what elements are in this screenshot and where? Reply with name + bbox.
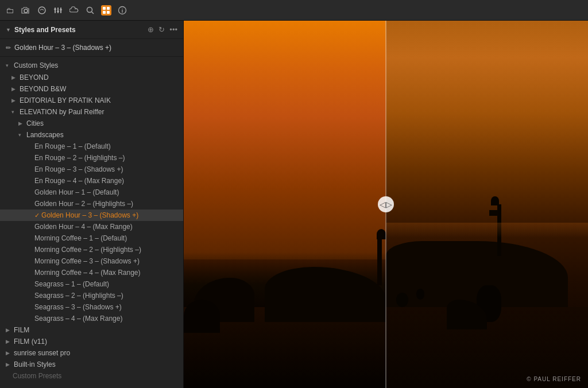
preset-seagrass-2[interactable]: Seagrass – 2 – (Highlights –) bbox=[0, 290, 183, 301]
svg-rect-13 bbox=[107, 11, 110, 14]
split-handle[interactable]: ◁▷ bbox=[378, 196, 394, 212]
beyond-bw-arrow: ▶ bbox=[11, 86, 17, 92]
info-icon[interactable]: i bbox=[117, 5, 127, 15]
preset-golden-hour-2[interactable]: Golden Hour – 2 – (Highlights –) bbox=[0, 198, 183, 209]
preset-en-rouge-2[interactable]: En Rouge – 2 – (Highlights –) bbox=[0, 152, 183, 164]
svg-rect-5 bbox=[54, 9, 56, 10]
sunrise-sunset-label: sunrise sunset pro bbox=[14, 349, 70, 357]
preset-morning-coffee-1[interactable]: Morning Coffee – 1 – (Default) bbox=[0, 232, 183, 244]
preset-golden-hour-3[interactable]: Golden Hour – 3 – (Shadows +) bbox=[0, 209, 183, 221]
styles-icon[interactable] bbox=[101, 5, 111, 15]
elevation-arrow: ▾ bbox=[11, 109, 17, 115]
split-arrows-icon: ◁▷ bbox=[380, 200, 392, 209]
collapse-icon[interactable]: ▼ bbox=[6, 27, 11, 33]
sunrise-sunset-arrow: ▶ bbox=[6, 350, 11, 356]
sliders-icon[interactable] bbox=[53, 5, 63, 15]
svg-rect-12 bbox=[103, 11, 106, 14]
preset-en-rouge-1[interactable]: En Rouge – 1 – (Default) bbox=[0, 141, 183, 152]
preset-seagrass-4[interactable]: Seagrass – 4 – (Max Range) bbox=[0, 313, 183, 324]
watermark: © PAUL REIFFER bbox=[527, 376, 581, 382]
svg-rect-10 bbox=[103, 7, 106, 10]
cities-arrow: ▶ bbox=[18, 121, 24, 126]
preset-en-rouge-4[interactable]: En Rouge – 4 – (Max Range) bbox=[0, 175, 183, 187]
section-sunrise-sunset[interactable]: ▶ sunrise sunset pro bbox=[0, 347, 183, 359]
camera-icon[interactable] bbox=[21, 5, 31, 15]
preset-morning-coffee-3[interactable]: Morning Coffee – 3 – (Shadows +) bbox=[0, 255, 183, 267]
svg-rect-2 bbox=[55, 7, 56, 13]
preset-seagrass-1[interactable]: Seagrass – 1 – (Default) bbox=[0, 278, 183, 290]
presets-list[interactable]: ▾ Custom Styles ▶ BEYOND ▶ BEYOND B&W ▶ … bbox=[0, 57, 183, 388]
subsection-cities[interactable]: ▶ Cities bbox=[0, 118, 183, 129]
preset-golden-hour-1[interactable]: Golden Hour – 1 – (Default) bbox=[0, 187, 183, 198]
film-v11-label: FILM (v11) bbox=[14, 337, 47, 346]
section-film[interactable]: ▶ FILM bbox=[0, 324, 183, 336]
section-film-v11[interactable]: ▶ FILM (v11) bbox=[0, 336, 183, 347]
subsection-elevation[interactable]: ▾ ELEVATION by Paul Reiffer bbox=[0, 106, 183, 118]
folder-icon[interactable]: 🗀 bbox=[5, 5, 15, 15]
subsection-beyond-bw[interactable]: ▶ BEYOND B&W bbox=[0, 83, 183, 95]
photo-area: ◁▷ © PAUL REIFFER bbox=[184, 21, 588, 388]
film-v11-arrow: ▶ bbox=[6, 339, 11, 344]
import-icon[interactable]: ↻ bbox=[158, 25, 165, 34]
active-preset-bar: ✏ Golden Hour – 3 – (Shadows +) bbox=[0, 39, 183, 57]
new-preset-icon[interactable]: ⊕ bbox=[148, 25, 154, 34]
main-content: ▼ Styles and Presets ⊕ ↻ ••• ✏ Golden Ho… bbox=[0, 21, 588, 388]
cities-label: Cities bbox=[26, 119, 44, 127]
more-options-icon[interactable]: ••• bbox=[169, 25, 177, 34]
svg-point-1 bbox=[38, 7, 45, 14]
panel-header-actions: ⊕ ↻ ••• bbox=[148, 25, 177, 34]
photo-original bbox=[386, 21, 588, 388]
landscapes-label: Landscapes bbox=[26, 131, 64, 139]
subsection-beyond[interactable]: ▶ BEYOND bbox=[0, 72, 183, 83]
beyond-bw-label: BEYOND B&W bbox=[20, 85, 66, 93]
preset-en-rouge-3[interactable]: En Rouge – 3 – (Shadows +) bbox=[0, 164, 183, 175]
film-arrow: ▶ bbox=[6, 327, 11, 333]
custom-styles-label: Custom Styles bbox=[14, 61, 58, 69]
photo-edited bbox=[184, 21, 386, 388]
subsection-landscapes[interactable]: ▾ Landscapes bbox=[0, 129, 183, 141]
landscapes-arrow: ▾ bbox=[18, 132, 24, 138]
section-custom-styles[interactable]: ▾ Custom Styles bbox=[0, 59, 183, 72]
built-in-label: Built-in Styles bbox=[14, 360, 56, 368]
left-panel: ▼ Styles and Presets ⊕ ↻ ••• ✏ Golden Ho… bbox=[0, 21, 184, 388]
preset-golden-hour-4[interactable]: Golden Hour – 4 – (Max Range) bbox=[0, 221, 183, 232]
svg-rect-7 bbox=[60, 9, 62, 10]
cloud-icon[interactable] bbox=[69, 5, 79, 15]
panel-header: ▼ Styles and Presets ⊕ ↻ ••• bbox=[0, 21, 183, 39]
custom-styles-arrow: ▾ bbox=[6, 63, 11, 68]
svg-line-9 bbox=[92, 11, 94, 14]
circle-icon[interactable] bbox=[37, 5, 47, 15]
panel-title-group: ▼ Styles and Presets bbox=[6, 26, 76, 34]
beyond-arrow: ▶ bbox=[11, 75, 17, 80]
svg-rect-11 bbox=[107, 7, 110, 10]
beyond-label: BEYOND bbox=[20, 73, 49, 82]
editorial-arrow: ▶ bbox=[11, 98, 17, 103]
svg-point-0 bbox=[24, 9, 28, 13]
search-icon[interactable] bbox=[85, 5, 95, 15]
subsection-editorial[interactable]: ▶ EDITORIAL BY PRATIK NAIK bbox=[0, 95, 183, 106]
panel-title: Styles and Presets bbox=[14, 26, 76, 34]
toolbar: 🗀 i bbox=[0, 0, 588, 21]
editorial-label: EDITORIAL BY PRATIK NAIK bbox=[20, 96, 111, 104]
elevation-label: ELEVATION by Paul Reiffer bbox=[20, 108, 104, 116]
svg-rect-6 bbox=[57, 11, 59, 12]
built-in-arrow: ▶ bbox=[6, 362, 11, 367]
svg-rect-3 bbox=[57, 7, 59, 13]
pencil-icon: ✏ bbox=[6, 44, 11, 52]
section-built-in[interactable]: ▶ Built-in Styles bbox=[0, 359, 183, 370]
svg-point-8 bbox=[87, 7, 92, 12]
svg-text:i: i bbox=[122, 8, 123, 14]
film-label: FILM bbox=[14, 326, 29, 334]
section-custom-presets[interactable]: Custom Presets bbox=[0, 370, 183, 382]
preset-morning-coffee-2[interactable]: Morning Coffee – 2 – (Highlights –) bbox=[0, 244, 183, 255]
preset-morning-coffee-4[interactable]: Morning Coffee – 4 – (Max Range) bbox=[0, 267, 183, 278]
custom-presets-label: Custom Presets bbox=[13, 372, 61, 380]
active-preset-label: Golden Hour – 3 – (Shadows +) bbox=[14, 44, 111, 52]
preset-seagrass-3[interactable]: Seagrass – 3 – (Shadows +) bbox=[0, 301, 183, 313]
